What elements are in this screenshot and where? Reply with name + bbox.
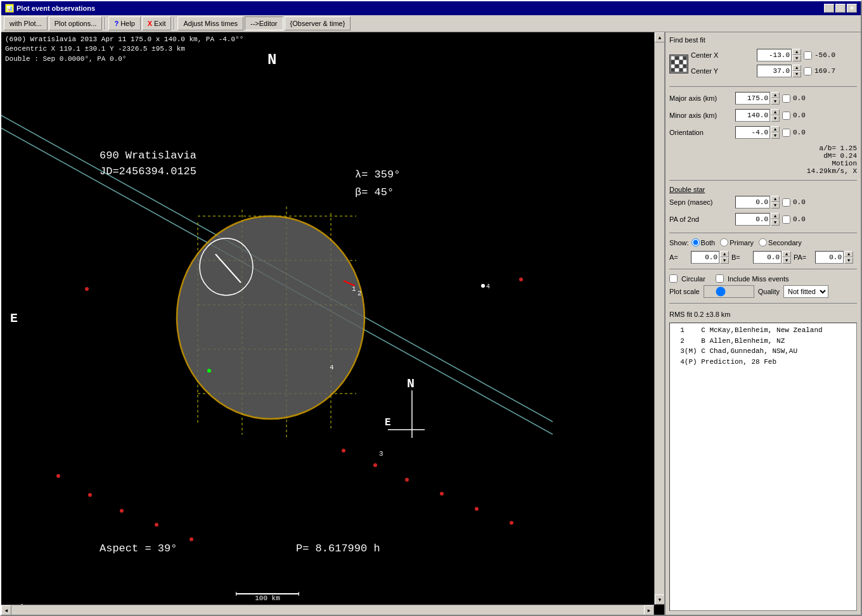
show-primary-radio[interactable]	[720, 238, 728, 247]
window-icon: 📊	[5, 4, 14, 13]
title-bar-left: 📊 Plot event observations	[5, 4, 95, 13]
find-best-fit-title: Find best fit	[669, 36, 857, 44]
a-up[interactable]: ▲	[720, 251, 729, 257]
with-plot-button[interactable]: with Plot...	[4, 16, 48, 30]
scale-line	[236, 593, 299, 594]
minor-axis-checkbox[interactable]	[782, 112, 790, 120]
center-x-checkbox[interactable]	[804, 51, 812, 60]
sepn-checkbox[interactable]	[782, 198, 790, 207]
svg-point-32	[510, 521, 513, 525]
minor-axis-down[interactable]: ▼	[771, 115, 780, 122]
maximize-button[interactable]: □	[835, 4, 846, 13]
pa-down[interactable]: ▼	[844, 257, 853, 264]
minor-axis-spin-buttons: ▲ ▼	[771, 109, 780, 122]
lambda-label: λ= 359°	[355, 169, 400, 181]
show-both-label: Both	[701, 239, 716, 247]
a-input[interactable]	[691, 251, 719, 264]
divider-5	[669, 303, 857, 304]
center-y-input[interactable]	[757, 65, 792, 77]
sepn-up[interactable]: ▲	[771, 196, 780, 202]
center-y-down[interactable]: ▼	[792, 71, 801, 77]
orientation-input[interactable]	[735, 126, 770, 139]
pa2nd-input[interactable]	[735, 213, 770, 226]
major-axis-down[interactable]: ▼	[771, 98, 780, 105]
toolbar-separator-2	[174, 17, 175, 30]
scroll-down-btn[interactable]: ▼	[655, 594, 664, 605]
center-y-up[interactable]: ▲	[792, 65, 801, 71]
window-title: Plot event observations	[16, 4, 95, 12]
orientation-checkbox[interactable]	[782, 129, 790, 137]
center-x-input[interactable]	[757, 49, 792, 61]
orientation-down[interactable]: ▼	[771, 132, 780, 139]
title-bar-buttons: _ □ ✕	[824, 4, 857, 13]
show-primary-item: Primary	[720, 238, 754, 247]
major-axis-checkbox[interactable]	[782, 94, 790, 103]
plot-svg: 1 2 4 3 4	[1, 32, 553, 603]
plot-options-button[interactable]: Plot options...	[49, 16, 103, 30]
show-secondary-item: Secondary	[759, 238, 802, 247]
center-y-label: Center Y	[691, 67, 754, 75]
editor-button[interactable]: -->Editor	[245, 16, 283, 30]
b-spin-buttons: ▲ ▼	[782, 251, 791, 264]
major-axis-spin-buttons: ▲ ▼	[771, 92, 780, 105]
a-down[interactable]: ▼	[720, 257, 729, 264]
asteroid-name: 690 Wratislavia	[100, 150, 196, 162]
svg-text:1: 1	[352, 285, 356, 293]
svg-text:N: N	[407, 376, 415, 391]
close-button[interactable]: ✕	[847, 4, 857, 13]
exit-button[interactable]: X Exit	[142, 16, 172, 30]
motion-value: 14.29km/s, X	[807, 167, 857, 175]
plot-scale-slider[interactable]	[704, 285, 754, 298]
divider-2	[669, 180, 857, 181]
include-miss-checkbox[interactable]	[716, 274, 724, 283]
motion-label: Motion	[832, 160, 857, 167]
minimize-button[interactable]: _	[824, 4, 834, 13]
center-x-down[interactable]: ▼	[792, 55, 801, 61]
show-both-radio[interactable]	[692, 238, 700, 247]
pa-label: PA=	[794, 253, 813, 261]
b-input[interactable]	[753, 251, 782, 264]
major-axis-row: Major axis (km) ▲ ▼ 0.0	[669, 92, 857, 105]
svg-point-34	[85, 287, 89, 291]
scroll-right-btn[interactable]: ►	[644, 605, 654, 615]
svg-point-11	[177, 216, 364, 419]
sepn-input[interactable]	[735, 196, 770, 209]
scroll-left-btn[interactable]: ◄	[1, 605, 11, 615]
center-x-up[interactable]: ▲	[792, 49, 801, 55]
pa-up[interactable]: ▲	[844, 251, 853, 257]
result-item-1: 1 C McKay,Blenheim, New Zealand	[672, 325, 854, 336]
show-label: Show:	[669, 239, 689, 247]
circular-checkbox[interactable]	[669, 274, 678, 283]
toolbar: with Plot... Plot options... ? Help X Ex…	[1, 15, 861, 32]
b-down[interactable]: ▼	[782, 257, 791, 264]
center-x-fixed: -56.0	[814, 51, 840, 59]
observer-time-button[interactable]: {Observer & time}	[285, 16, 351, 30]
orientation-up[interactable]: ▲	[771, 126, 780, 132]
pa-input[interactable]	[815, 251, 844, 264]
svg-point-30	[440, 492, 444, 496]
ratio-info: a/b= 1.25 dM= 0.24 Motion 14.29km/s, X	[669, 144, 857, 175]
quality-select[interactable]: Not fitted	[783, 285, 828, 298]
right-panel: Find best fit	[664, 32, 861, 615]
center-y-checkbox[interactable]	[804, 67, 812, 75]
pa2nd-checkbox[interactable]	[782, 215, 790, 224]
plot-scale-row: Plot scale Quality Not fitted	[669, 285, 857, 298]
dm-value: dM= 0.24	[823, 152, 857, 160]
minor-axis-input[interactable]	[735, 109, 770, 122]
scroll-up-btn[interactable]: ▲	[655, 32, 664, 42]
help-button[interactable]: ? Help	[108, 16, 140, 30]
sepn-down[interactable]: ▼	[771, 202, 780, 209]
major-axis-up[interactable]: ▲	[771, 92, 780, 98]
pa2nd-down[interactable]: ▼	[771, 219, 780, 226]
help-icon: ?	[114, 20, 119, 27]
b-up[interactable]: ▲	[782, 251, 791, 257]
major-axis-input[interactable]	[735, 92, 770, 105]
show-secondary-radio[interactable]	[759, 238, 767, 247]
grid-icon-container	[669, 55, 688, 74]
double-star-header[interactable]: Double star	[669, 186, 857, 193]
orientation-label: Orientation	[669, 129, 733, 136]
adjust-miss-button[interactable]: Adjust Miss times	[177, 16, 243, 30]
pa2nd-spin-buttons: ▲ ▼	[771, 213, 780, 226]
pa2nd-up[interactable]: ▲	[771, 213, 780, 219]
minor-axis-up[interactable]: ▲	[771, 109, 780, 115]
